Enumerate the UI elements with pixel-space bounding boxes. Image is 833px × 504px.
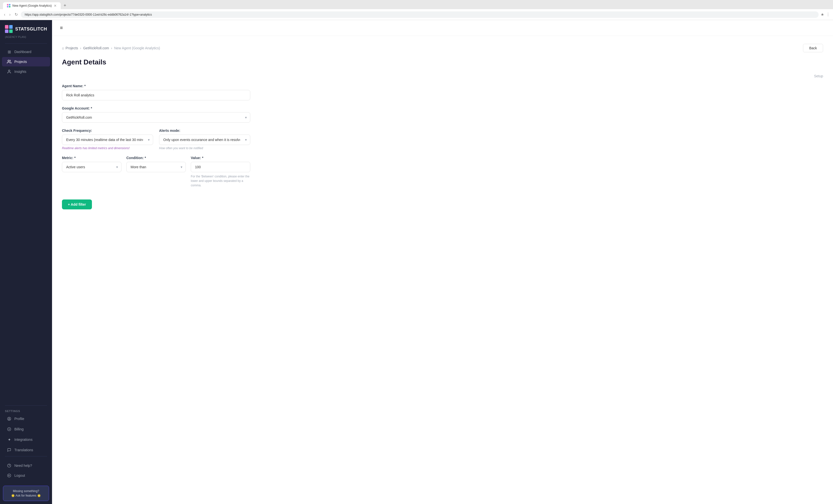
google-account-select-wrapper: GetRickRoll.com ▾ [62,112,250,123]
sidebar-item-label: Profile [15,417,24,421]
alerts-mode-select[interactable]: Only upon events occurance and when it i… [159,135,250,145]
sidebar-item-logout[interactable]: Logout [2,471,50,480]
back-button[interactable]: Back [803,44,823,52]
breadcrumb-sep-2: › [111,46,112,50]
logout-icon [7,473,11,478]
breadcrumb-projects-label: Projects [65,46,78,50]
condition-group: Condition: * More than Less than Equal t… [126,156,186,188]
value-input[interactable] [191,162,250,172]
google-account-select[interactable]: GetRickRoll.com [62,112,250,123]
agent-name-input[interactable] [62,90,250,100]
main-content: ≡ ⌂ Projects › GetRickRoll.com › New Age… [52,20,833,504]
google-account-label: Google Account: * [62,106,250,110]
dashboard-icon: ⊞ [7,50,11,54]
sidebar-item-need-help[interactable]: Need help? [2,461,50,470]
agent-name-label: Agent Name: * [62,84,250,88]
metric-select[interactable]: Active users Sessions Pageviews Bounce r… [62,162,121,172]
condition-select-wrapper: More than Less than Equal to Between ▾ [126,162,186,172]
integrations-icon: ✦ [7,437,11,442]
sidebar-divider-mid [5,405,47,406]
value-group: Value: * For the 'Between' condition, pl… [191,156,250,188]
content-area: ⌂ Projects › GetRickRoll.com › New Agent… [52,36,833,504]
settings-section-label: SETTINGS [0,407,52,413]
translations-icon [7,448,11,452]
breadcrumb-current-label: New Agent (Google Analytics) [114,46,160,50]
add-filter-button[interactable]: + Add filter [62,199,92,209]
sidebar-nav: ⊞ Dashboard Projects [0,45,52,404]
breadcrumb-project-label: GetRickRoll.com [83,46,109,50]
condition-select[interactable]: More than Less than Equal to Between [126,162,186,172]
check-frequency-label: Check Frequency: [62,128,153,133]
alerts-mode-group: Alerts mode: Only upon events occurance … [159,128,250,150]
sidebar-item-billing[interactable]: Billing [2,425,50,434]
logo-dot-4 [9,29,13,33]
svg-point-1 [8,70,10,71]
sidebar-item-insights[interactable]: Insights [2,67,50,76]
alerts-mode-select-wrapper: Only upon events occurance and when it i… [159,135,250,145]
check-frequency-select[interactable]: Every 30 minutes (realtime data of the l… [62,135,153,145]
svg-point-0 [8,60,9,62]
projects-icon [7,59,11,64]
logo-dot-2 [9,25,13,29]
sidebar-divider-top [5,43,47,44]
browser-chrome: New Agent (Google Analytics) ✕ + [0,0,833,9]
metric-group: Metric: * Active users Sessions Pageview… [62,156,121,188]
condition-label: Condition: * [126,156,186,160]
logo-dot-3 [5,29,8,33]
hamburger-icon[interactable]: ≡ [60,25,63,31]
menu-icon[interactable]: ⋮ [826,12,830,17]
sidebar-bottom: Need help? Logout [0,457,52,483]
agency-plan-label: (AGENCY PLAN) [0,35,52,42]
missing-box[interactable]: Missing something? 🌟 Ask for features 🌟 [3,486,49,501]
agent-name-group: Agent Name: * [62,84,250,100]
browser-nav-bar: ‹ › ↻ ★ ⋮ [0,9,833,20]
address-bar[interactable] [21,11,818,18]
billing-icon [7,427,11,431]
help-icon [7,463,11,468]
new-tab-button[interactable]: + [62,2,68,9]
sidebar-item-label: Insights [15,70,26,74]
extensions-icon[interactable]: ★ [820,12,824,17]
metric-select-wrapper: Active users Sessions Pageviews Bounce r… [62,162,121,172]
sidebar-item-integrations[interactable]: ✦ Integrations [2,435,50,444]
logo-dot-1 [5,25,8,29]
check-frequency-select-wrapper: Every 30 minutes (realtime data of the l… [62,135,153,145]
sidebar-item-label: Translations [15,448,33,452]
logo-text: STATSGLITCH [15,26,47,32]
app: STATSGLITCH (AGENCY PLAN) ⊞ Dashboard Pr… [0,20,833,504]
tab-bar: New Agent (Google Analytics) ✕ + [3,2,830,9]
setup-label: Setup [62,74,823,78]
sidebar-item-label: Dashboard [15,50,31,54]
home-icon: ⌂ [62,46,64,50]
svg-point-3 [9,418,10,419]
metric-label: Metric: * [62,156,121,160]
metric-condition-value-row: Metric: * Active users Sessions Pageview… [62,156,250,194]
tab-favicon [7,4,10,7]
sidebar: STATSGLITCH (AGENCY PLAN) ⊞ Dashboard Pr… [0,20,52,504]
breadcrumb-project-link[interactable]: GetRickRoll.com [83,46,109,50]
sidebar-item-projects[interactable]: Projects [2,57,50,66]
refresh-button[interactable]: ↻ [14,11,19,18]
sidebar-logo: STATSGLITCH [0,20,52,35]
forward-nav-button[interactable]: › [8,11,11,18]
breadcrumb-sep-1: › [80,46,81,50]
breadcrumb-home-link[interactable]: ⌂ Projects [62,46,78,50]
sidebar-item-translations[interactable]: Translations [2,445,50,455]
profile-icon [7,416,11,421]
breadcrumb: ⌂ Projects › GetRickRoll.com › New Agent… [62,44,823,52]
logo-icon [5,25,13,33]
alerts-mode-hint: How often you want to be notified [159,146,250,150]
tab-label: New Agent (Google Analytics) [13,4,52,7]
tab-close-icon[interactable]: ✕ [54,4,57,8]
value-hint: For the 'Between' condition, please ente… [191,174,250,188]
back-nav-button[interactable]: ‹ [3,11,6,18]
insights-icon [7,69,11,74]
sidebar-item-label: Billing [15,427,24,431]
value-label: Value: * [191,156,250,160]
active-tab[interactable]: New Agent (Google Analytics) ✕ [3,2,61,9]
check-frequency-hint: Realtime alerts has limited metrics and … [62,146,153,150]
sidebar-item-dashboard[interactable]: ⊞ Dashboard [2,47,50,56]
sidebar-item-profile[interactable]: Profile [2,414,50,424]
topbar: ≡ [52,20,833,36]
sidebar-item-label: Logout [15,474,25,478]
